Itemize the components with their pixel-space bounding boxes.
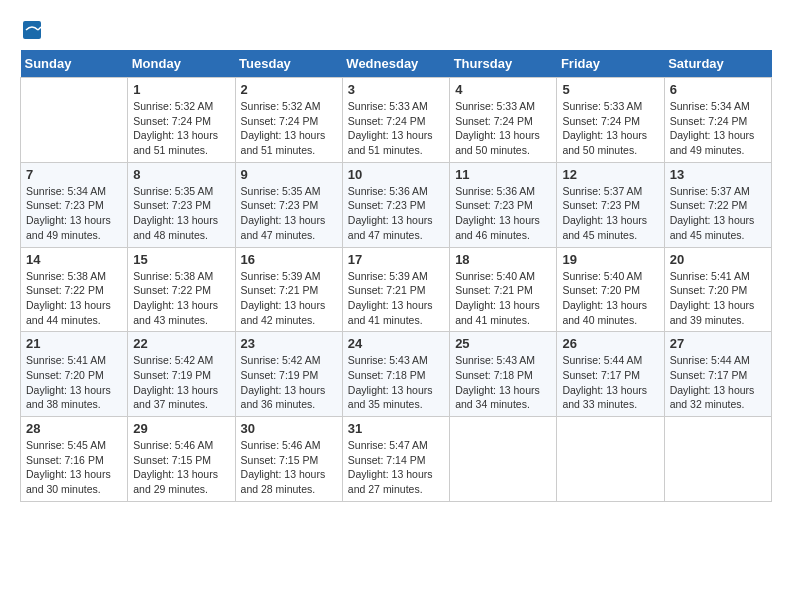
day-number: 8: [133, 167, 229, 182]
calendar-cell: 25Sunrise: 5:43 AMSunset: 7:18 PMDayligh…: [450, 332, 557, 417]
calendar-cell: 13Sunrise: 5:37 AMSunset: 7:22 PMDayligh…: [664, 162, 771, 247]
day-number: 26: [562, 336, 658, 351]
weekday-header-thursday: Thursday: [450, 50, 557, 78]
calendar-body: 1Sunrise: 5:32 AMSunset: 7:24 PMDaylight…: [21, 78, 772, 502]
day-number: 19: [562, 252, 658, 267]
day-number: 18: [455, 252, 551, 267]
day-number: 5: [562, 82, 658, 97]
day-number: 30: [241, 421, 337, 436]
calendar-week-row: 7Sunrise: 5:34 AMSunset: 7:23 PMDaylight…: [21, 162, 772, 247]
day-info: Sunrise: 5:38 AMSunset: 7:22 PMDaylight:…: [133, 269, 229, 328]
day-number: 7: [26, 167, 122, 182]
day-info: Sunrise: 5:42 AMSunset: 7:19 PMDaylight:…: [133, 353, 229, 412]
day-number: 1: [133, 82, 229, 97]
calendar-cell: 23Sunrise: 5:42 AMSunset: 7:19 PMDayligh…: [235, 332, 342, 417]
calendar-week-row: 21Sunrise: 5:41 AMSunset: 7:20 PMDayligh…: [21, 332, 772, 417]
day-info: Sunrise: 5:34 AMSunset: 7:23 PMDaylight:…: [26, 184, 122, 243]
day-number: 31: [348, 421, 444, 436]
day-info: Sunrise: 5:32 AMSunset: 7:24 PMDaylight:…: [133, 99, 229, 158]
calendar-cell: 4Sunrise: 5:33 AMSunset: 7:24 PMDaylight…: [450, 78, 557, 163]
calendar-week-row: 1Sunrise: 5:32 AMSunset: 7:24 PMDaylight…: [21, 78, 772, 163]
calendar-cell: 10Sunrise: 5:36 AMSunset: 7:23 PMDayligh…: [342, 162, 449, 247]
day-info: Sunrise: 5:39 AMSunset: 7:21 PMDaylight:…: [348, 269, 444, 328]
day-number: 15: [133, 252, 229, 267]
calendar-week-row: 28Sunrise: 5:45 AMSunset: 7:16 PMDayligh…: [21, 417, 772, 502]
day-number: 14: [26, 252, 122, 267]
logo: [20, 20, 46, 40]
day-number: 27: [670, 336, 766, 351]
day-info: Sunrise: 5:46 AMSunset: 7:15 PMDaylight:…: [241, 438, 337, 497]
calendar-cell: 26Sunrise: 5:44 AMSunset: 7:17 PMDayligh…: [557, 332, 664, 417]
calendar-cell: 15Sunrise: 5:38 AMSunset: 7:22 PMDayligh…: [128, 247, 235, 332]
calendar-cell: 8Sunrise: 5:35 AMSunset: 7:23 PMDaylight…: [128, 162, 235, 247]
calendar-cell: 18Sunrise: 5:40 AMSunset: 7:21 PMDayligh…: [450, 247, 557, 332]
day-number: 10: [348, 167, 444, 182]
calendar-cell: 3Sunrise: 5:33 AMSunset: 7:24 PMDaylight…: [342, 78, 449, 163]
calendar-cell: 21Sunrise: 5:41 AMSunset: 7:20 PMDayligh…: [21, 332, 128, 417]
day-number: 25: [455, 336, 551, 351]
day-info: Sunrise: 5:40 AMSunset: 7:20 PMDaylight:…: [562, 269, 658, 328]
calendar-cell: 7Sunrise: 5:34 AMSunset: 7:23 PMDaylight…: [21, 162, 128, 247]
calendar-cell: 19Sunrise: 5:40 AMSunset: 7:20 PMDayligh…: [557, 247, 664, 332]
day-number: 9: [241, 167, 337, 182]
weekday-header-wednesday: Wednesday: [342, 50, 449, 78]
day-info: Sunrise: 5:47 AMSunset: 7:14 PMDaylight:…: [348, 438, 444, 497]
weekday-header-sunday: Sunday: [21, 50, 128, 78]
day-number: 16: [241, 252, 337, 267]
day-number: 23: [241, 336, 337, 351]
day-number: 20: [670, 252, 766, 267]
day-info: Sunrise: 5:36 AMSunset: 7:23 PMDaylight:…: [455, 184, 551, 243]
calendar-cell: 2Sunrise: 5:32 AMSunset: 7:24 PMDaylight…: [235, 78, 342, 163]
calendar-cell: 29Sunrise: 5:46 AMSunset: 7:15 PMDayligh…: [128, 417, 235, 502]
calendar-cell: 28Sunrise: 5:45 AMSunset: 7:16 PMDayligh…: [21, 417, 128, 502]
day-number: 6: [670, 82, 766, 97]
calendar-cell: 31Sunrise: 5:47 AMSunset: 7:14 PMDayligh…: [342, 417, 449, 502]
day-info: Sunrise: 5:33 AMSunset: 7:24 PMDaylight:…: [562, 99, 658, 158]
day-number: 28: [26, 421, 122, 436]
day-number: 29: [133, 421, 229, 436]
day-info: Sunrise: 5:33 AMSunset: 7:24 PMDaylight:…: [348, 99, 444, 158]
weekday-header-saturday: Saturday: [664, 50, 771, 78]
day-number: 13: [670, 167, 766, 182]
day-info: Sunrise: 5:41 AMSunset: 7:20 PMDaylight:…: [26, 353, 122, 412]
day-info: Sunrise: 5:41 AMSunset: 7:20 PMDaylight:…: [670, 269, 766, 328]
day-number: 24: [348, 336, 444, 351]
day-info: Sunrise: 5:45 AMSunset: 7:16 PMDaylight:…: [26, 438, 122, 497]
calendar-cell: 1Sunrise: 5:32 AMSunset: 7:24 PMDaylight…: [128, 78, 235, 163]
calendar-cell: [557, 417, 664, 502]
day-info: Sunrise: 5:46 AMSunset: 7:15 PMDaylight:…: [133, 438, 229, 497]
calendar-cell: [21, 78, 128, 163]
weekday-header-tuesday: Tuesday: [235, 50, 342, 78]
day-info: Sunrise: 5:35 AMSunset: 7:23 PMDaylight:…: [133, 184, 229, 243]
calendar-cell: 22Sunrise: 5:42 AMSunset: 7:19 PMDayligh…: [128, 332, 235, 417]
day-number: 12: [562, 167, 658, 182]
calendar-cell: 17Sunrise: 5:39 AMSunset: 7:21 PMDayligh…: [342, 247, 449, 332]
day-info: Sunrise: 5:39 AMSunset: 7:21 PMDaylight:…: [241, 269, 337, 328]
calendar-cell: 6Sunrise: 5:34 AMSunset: 7:24 PMDaylight…: [664, 78, 771, 163]
calendar-cell: 11Sunrise: 5:36 AMSunset: 7:23 PMDayligh…: [450, 162, 557, 247]
page-header: [20, 20, 772, 40]
day-info: Sunrise: 5:40 AMSunset: 7:21 PMDaylight:…: [455, 269, 551, 328]
day-number: 21: [26, 336, 122, 351]
calendar-cell: 24Sunrise: 5:43 AMSunset: 7:18 PMDayligh…: [342, 332, 449, 417]
weekday-header-monday: Monday: [128, 50, 235, 78]
calendar-cell: 12Sunrise: 5:37 AMSunset: 7:23 PMDayligh…: [557, 162, 664, 247]
calendar-cell: 14Sunrise: 5:38 AMSunset: 7:22 PMDayligh…: [21, 247, 128, 332]
day-info: Sunrise: 5:37 AMSunset: 7:22 PMDaylight:…: [670, 184, 766, 243]
calendar-cell: 5Sunrise: 5:33 AMSunset: 7:24 PMDaylight…: [557, 78, 664, 163]
calendar-cell: [450, 417, 557, 502]
calendar-cell: 9Sunrise: 5:35 AMSunset: 7:23 PMDaylight…: [235, 162, 342, 247]
calendar-cell: 20Sunrise: 5:41 AMSunset: 7:20 PMDayligh…: [664, 247, 771, 332]
day-info: Sunrise: 5:44 AMSunset: 7:17 PMDaylight:…: [670, 353, 766, 412]
day-info: Sunrise: 5:37 AMSunset: 7:23 PMDaylight:…: [562, 184, 658, 243]
logo-icon: [22, 20, 42, 40]
day-number: 11: [455, 167, 551, 182]
calendar-table: SundayMondayTuesdayWednesdayThursdayFrid…: [20, 50, 772, 502]
day-number: 17: [348, 252, 444, 267]
day-info: Sunrise: 5:43 AMSunset: 7:18 PMDaylight:…: [455, 353, 551, 412]
day-number: 2: [241, 82, 337, 97]
calendar-week-row: 14Sunrise: 5:38 AMSunset: 7:22 PMDayligh…: [21, 247, 772, 332]
day-info: Sunrise: 5:33 AMSunset: 7:24 PMDaylight:…: [455, 99, 551, 158]
day-info: Sunrise: 5:43 AMSunset: 7:18 PMDaylight:…: [348, 353, 444, 412]
calendar-cell: 27Sunrise: 5:44 AMSunset: 7:17 PMDayligh…: [664, 332, 771, 417]
